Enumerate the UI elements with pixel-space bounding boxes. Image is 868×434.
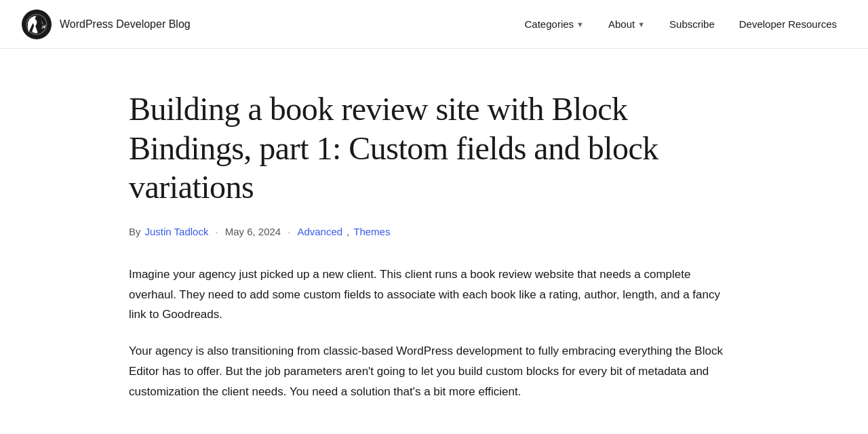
nav-subscribe[interactable]: Subscribe xyxy=(660,13,724,35)
nav-about-label: About xyxy=(608,18,635,30)
post-content: Imagine your agency just picked up a new… xyxy=(129,264,739,402)
categories-chevron-icon: ▼ xyxy=(576,20,584,28)
post-by-label: By xyxy=(129,226,141,237)
site-title: WordPress Developer Blog xyxy=(60,18,191,31)
nav-categories-label: Categories xyxy=(525,18,574,30)
post-paragraph-1: Imagine your agency just picked up a new… xyxy=(129,264,739,325)
post-category-themes[interactable]: Themes xyxy=(353,226,390,237)
post-date: May 6, 2024 xyxy=(225,226,281,237)
post-header: Building a book review site with Block B… xyxy=(129,90,739,237)
main-content: Building a book review site with Block B… xyxy=(102,49,766,434)
post-article: Building a book review site with Block B… xyxy=(129,90,739,401)
main-nav: Categories ▼ About ▼ Subscribe Developer… xyxy=(515,13,846,35)
nav-developer-resources-label: Developer Resources xyxy=(739,18,837,30)
post-paragraph-2: Your agency is also transitioning from c… xyxy=(129,341,739,401)
site-header: WordPress Developer Blog Categories ▼ Ab… xyxy=(0,0,868,49)
post-meta: By Justin Tadlock · May 6, 2024 · Advanc… xyxy=(129,226,739,237)
nav-categories[interactable]: Categories ▼ xyxy=(515,13,593,35)
site-logo-link[interactable]: WordPress Developer Blog xyxy=(22,9,191,39)
post-author-link[interactable]: Justin Tadlock xyxy=(145,226,209,237)
wordpress-logo-icon xyxy=(22,9,52,39)
post-category-comma: , xyxy=(347,226,349,237)
about-chevron-icon: ▼ xyxy=(637,20,645,28)
post-title: Building a book review site with Block B… xyxy=(129,90,739,207)
nav-developer-resources[interactable]: Developer Resources xyxy=(730,13,846,35)
post-meta-dot: · xyxy=(215,226,218,237)
nav-subscribe-label: Subscribe xyxy=(669,18,715,30)
post-meta-dot2: · xyxy=(288,226,290,237)
post-category-advanced[interactable]: Advanced xyxy=(297,226,342,237)
nav-about[interactable]: About ▼ xyxy=(599,13,654,35)
